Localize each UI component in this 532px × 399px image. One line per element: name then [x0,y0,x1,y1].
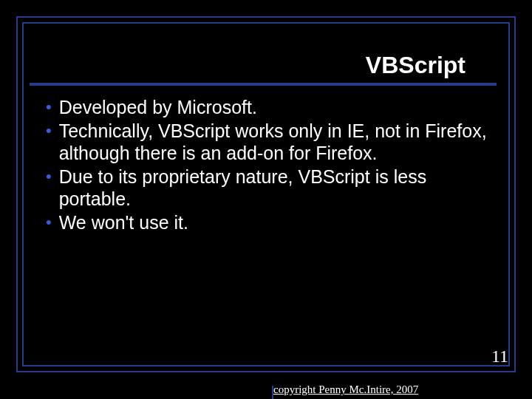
bullet-icon: • [46,166,52,188]
slide-title: VBScript [366,52,466,78]
bullet-text: Due to its proprietary nature, VBScript … [59,166,489,210]
list-item: • We won't use it. [46,211,489,233]
title-underline [30,83,497,86]
bullet-icon: • [46,120,52,142]
bullet-icon: • [46,96,52,118]
list-item: • Due to its proprietary nature, VBScrip… [46,166,489,210]
bullet-icon: • [46,211,52,233]
bullet-text: We won't use it. [59,211,489,233]
page-number: 11 [491,347,508,366]
list-item: • Technically, VBScript works only in IE… [46,120,489,164]
copyright-text: copyright Penny Mc.Intire, 2007 [273,383,418,396]
list-item: • Developed by Microsoft. [46,96,489,118]
bullet-text: Developed by Microsoft. [59,96,489,118]
title-area: VBScript [30,52,495,79]
bullet-list: • Developed by Microsoft. • Technically,… [46,96,489,235]
bullet-text: Technically, VBScript works only in IE, … [59,120,489,164]
